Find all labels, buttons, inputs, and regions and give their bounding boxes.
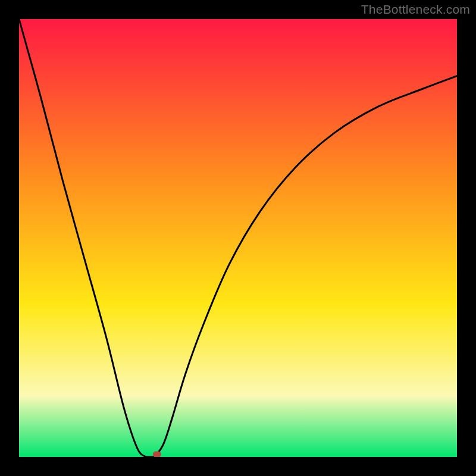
gradient-background (19, 19, 457, 457)
optimal-point-marker (153, 452, 161, 457)
watermark-text: TheBottleneck.com (361, 2, 470, 17)
plot-area (19, 19, 457, 457)
chart-container: TheBottleneck.com (0, 0, 476, 476)
chart-svg (19, 19, 457, 457)
